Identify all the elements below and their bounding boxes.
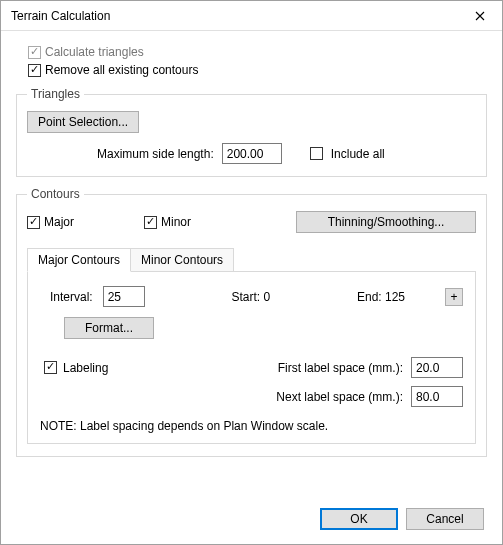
titlebar: Terrain Calculation	[1, 1, 502, 31]
contours-tabset: Major Contours Minor Contours Interval: …	[27, 247, 476, 444]
tab-body: Interval: Start: 0 End: 125 + Format... …	[27, 271, 476, 444]
major-label: Major	[44, 215, 74, 229]
remove-contours-row: Remove all existing contours	[28, 63, 487, 77]
first-label-space-input[interactable]	[411, 357, 463, 378]
first-label-space-label: First label space (mm.):	[278, 361, 403, 375]
cancel-button[interactable]: Cancel	[406, 508, 484, 530]
remove-contours-label: Remove all existing contours	[45, 63, 198, 77]
calc-triangles-row: Calculate triangles	[28, 45, 487, 59]
format-button[interactable]: Format...	[64, 317, 154, 339]
start-label: Start: 0	[231, 290, 270, 304]
labeling-row: Labeling First label space (mm.):	[40, 357, 463, 378]
ok-button[interactable]: OK	[320, 508, 398, 530]
first-label-group: First label space (mm.):	[278, 357, 463, 378]
next-label-space-input[interactable]	[411, 386, 463, 407]
minor-label: Minor	[161, 215, 191, 229]
close-button[interactable]	[458, 1, 502, 31]
tab-minor-contours[interactable]: Minor Contours	[131, 248, 234, 272]
next-label-space-label: Next label space (mm.):	[276, 390, 403, 404]
triangles-legend: Triangles	[27, 87, 84, 101]
minor-check-row: Minor	[144, 215, 191, 229]
dialog-window: Terrain Calculation Calculate triangles …	[0, 0, 503, 545]
content-area: Calculate triangles Remove all existing …	[1, 31, 502, 494]
include-all-label: Include all	[331, 147, 385, 161]
tab-major-contours[interactable]: Major Contours	[27, 248, 131, 272]
contours-legend: Contours	[27, 187, 84, 201]
max-side-input[interactable]	[222, 143, 282, 164]
minor-checkbox[interactable]	[144, 216, 157, 229]
note-text: NOTE: Label spacing depends on Plan Wind…	[40, 419, 463, 433]
interval-row: Interval: Start: 0 End: 125 +	[40, 286, 463, 307]
end-label: End: 125	[357, 290, 405, 304]
interval-plus-button[interactable]: +	[445, 288, 463, 306]
next-label-row: Next label space (mm.):	[40, 386, 463, 407]
labeling-label: Labeling	[63, 361, 108, 375]
max-side-label: Maximum side length:	[97, 147, 214, 161]
triangles-group: Triangles Point Selection... Maximum sid…	[16, 87, 487, 177]
window-title: Terrain Calculation	[11, 9, 110, 23]
labeling-checkbox[interactable]	[44, 361, 57, 374]
triangles-options-row: Maximum side length: Include all	[97, 143, 476, 164]
tabs-strip: Major Contours Minor Contours	[27, 248, 476, 272]
point-selection-button[interactable]: Point Selection...	[27, 111, 139, 133]
major-checkbox[interactable]	[27, 216, 40, 229]
button-bar: OK Cancel	[1, 494, 502, 544]
interval-input[interactable]	[103, 286, 145, 307]
close-icon	[475, 11, 485, 21]
calc-triangles-checkbox	[28, 46, 41, 59]
calc-triangles-label: Calculate triangles	[45, 45, 144, 59]
interval-label: Interval:	[50, 290, 93, 304]
thinning-smoothing-button[interactable]: Thinning/Smoothing...	[296, 211, 476, 233]
remove-contours-checkbox[interactable]	[28, 64, 41, 77]
contours-group: Contours Major Minor Thinning/Smoothing.…	[16, 187, 487, 457]
include-all-checkbox[interactable]	[310, 147, 323, 160]
major-check-row: Major	[27, 215, 74, 229]
contours-top-row: Major Minor Thinning/Smoothing...	[27, 211, 476, 233]
